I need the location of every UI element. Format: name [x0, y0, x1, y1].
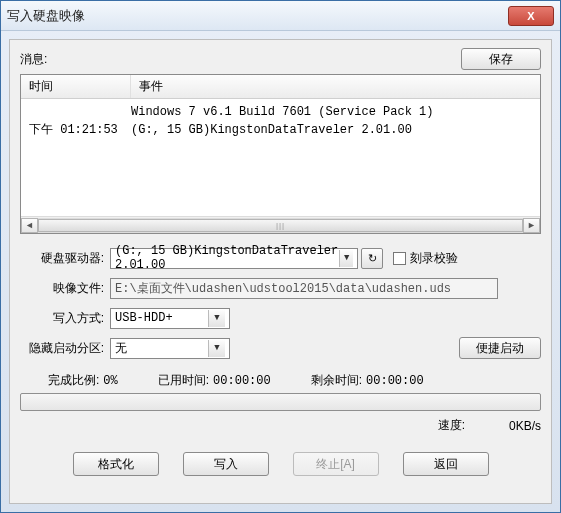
- log-listview[interactable]: 时间 事件 Windows 7 v6.1 Build 7601 (Service…: [20, 74, 541, 234]
- remain-label: 剩余时间:: [311, 372, 362, 389]
- percent-label: 完成比例:: [48, 372, 99, 389]
- verify-label: 刻录校验: [410, 250, 458, 267]
- refresh-icon: ↻: [368, 252, 377, 265]
- abort-button: 终止[A]: [293, 452, 379, 476]
- scroll-right-arrow-icon[interactable]: ►: [523, 218, 540, 233]
- speed-value: 0KB/s: [481, 419, 541, 433]
- form-area: 硬盘驱动器: (G:, 15 GB)KingstonDataTraveler 2…: [20, 246, 541, 360]
- back-button[interactable]: 返回: [403, 452, 489, 476]
- hidden-boot-combobox[interactable]: 无 ▼: [110, 338, 230, 359]
- drive-label: 硬盘驱动器:: [20, 250, 110, 267]
- log-time: 下午 01:21:53: [29, 121, 131, 139]
- title-bar[interactable]: 写入硬盘映像 X: [1, 1, 560, 31]
- log-time: [29, 103, 131, 121]
- log-row: 下午 01:21:53 (G:, 15 GB)KingstonDataTrave…: [29, 121, 532, 139]
- log-event: (G:, 15 GB)KingstonDataTraveler 2.01.00: [131, 121, 532, 139]
- scroll-left-arrow-icon[interactable]: ◄: [21, 218, 38, 233]
- close-button[interactable]: X: [508, 6, 554, 26]
- content-area: 消息: 保存 时间 事件 Windows 7 v6.1 Build 7601 (…: [9, 39, 552, 504]
- percent-value: 0%: [103, 374, 117, 388]
- dialog-window: 写入硬盘映像 X 消息: 保存 时间 事件 Windows 7 v6.1 Bui…: [0, 0, 561, 513]
- log-row: Windows 7 v6.1 Build 7601 (Service Pack …: [29, 103, 532, 121]
- file-label: 映像文件:: [20, 280, 110, 297]
- speed-row: 速度: 0KB/s: [20, 417, 541, 434]
- chevron-down-icon: ▼: [208, 340, 225, 357]
- log-event: Windows 7 v6.1 Build 7601 (Service Pack …: [131, 103, 532, 121]
- window-title: 写入硬盘映像: [7, 7, 85, 25]
- chevron-down-icon: ▼: [339, 250, 353, 267]
- save-button[interactable]: 保存: [461, 48, 541, 70]
- mode-label: 写入方式:: [20, 310, 110, 327]
- refresh-button[interactable]: ↻: [361, 248, 383, 269]
- elapsed-label: 已用时间:: [158, 372, 209, 389]
- progress-bar: [20, 393, 541, 411]
- horizontal-scrollbar[interactable]: ◄ ||| ►: [21, 216, 540, 233]
- elapsed-value: 00:00:00: [213, 374, 271, 388]
- close-icon: X: [527, 10, 534, 22]
- message-label: 消息:: [20, 51, 47, 68]
- hidden-boot-label: 隐藏启动分区:: [20, 340, 110, 357]
- speed-label: 速度:: [438, 417, 465, 434]
- button-row: 格式化 写入 终止[A] 返回: [20, 452, 541, 476]
- write-mode-combobox[interactable]: USB-HDD+ ▼: [110, 308, 230, 329]
- mode-value: USB-HDD+: [115, 311, 173, 325]
- image-file-field[interactable]: [110, 278, 498, 299]
- format-button[interactable]: 格式化: [73, 452, 159, 476]
- verify-checkbox[interactable]: 刻录校验: [393, 250, 458, 267]
- column-time-header[interactable]: 时间: [21, 75, 131, 98]
- remain-value: 00:00:00: [366, 374, 424, 388]
- log-header: 时间 事件: [21, 75, 540, 99]
- quick-boot-button[interactable]: 便捷启动: [459, 337, 541, 359]
- drive-value: (G:, 15 GB)KingstonDataTraveler 2.01.00: [115, 244, 339, 272]
- column-event-header[interactable]: 事件: [131, 75, 540, 98]
- status-row: 完成比例: 0% 已用时间: 00:00:00 剩余时间: 00:00:00: [20, 372, 541, 389]
- log-body: Windows 7 v6.1 Build 7601 (Service Pack …: [21, 99, 540, 216]
- chevron-down-icon: ▼: [208, 310, 225, 327]
- scroll-track[interactable]: |||: [38, 218, 523, 233]
- checkbox-box-icon: [393, 252, 406, 265]
- drive-combobox[interactable]: (G:, 15 GB)KingstonDataTraveler 2.01.00 …: [110, 248, 358, 269]
- write-button[interactable]: 写入: [183, 452, 269, 476]
- hidden-value: 无: [115, 340, 127, 357]
- scroll-thumb[interactable]: |||: [38, 219, 523, 232]
